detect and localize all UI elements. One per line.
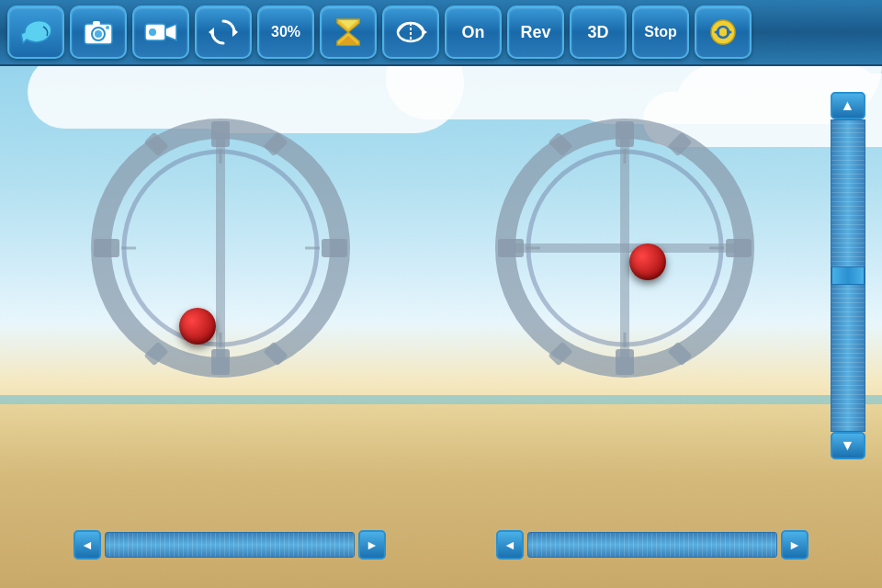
- left-arrow-left-icon: ◄: [81, 537, 94, 552]
- video-button[interactable]: [132, 6, 189, 59]
- svg-rect-24: [322, 239, 347, 257]
- right-arrow-left-icon: ◄: [503, 537, 516, 552]
- up-arrow-icon: ▲: [841, 97, 855, 114]
- rev-button[interactable]: Rev: [507, 6, 564, 59]
- timer-icon: [332, 16, 365, 49]
- on-button[interactable]: On: [445, 6, 502, 59]
- photo-button[interactable]: [70, 6, 127, 59]
- svg-marker-14: [422, 28, 427, 36]
- svg-point-2: [95, 30, 102, 38]
- svg-marker-6: [165, 24, 176, 40]
- rotate-icon: [207, 16, 240, 49]
- svg-rect-3: [93, 21, 100, 26]
- h-slider-right-thumb[interactable]: [656, 557, 674, 558]
- h-slider-left-lines: [106, 533, 354, 557]
- percent-button[interactable]: 30%: [257, 6, 314, 59]
- h-slider-left-right-arrow[interactable]: ►: [358, 530, 386, 560]
- video-icon: [143, 16, 178, 49]
- svg-point-4: [106, 26, 109, 29]
- 3d-label: 3D: [587, 23, 608, 42]
- h-slider-left-thumb[interactable]: [220, 557, 239, 558]
- back-icon: [17, 16, 54, 49]
- joystick-right-ball[interactable]: [629, 243, 666, 280]
- toolbar: 30% On Rev 3D Stop: [0, 0, 882, 66]
- h-slider-right-lines: [528, 533, 776, 557]
- 3d-button[interactable]: 3D: [570, 6, 627, 59]
- joystick-left[interactable]: [83, 110, 358, 386]
- rotate-button[interactable]: [195, 6, 252, 59]
- percent-label: 30%: [271, 24, 300, 40]
- h-slider-right-left-arrow[interactable]: ◄: [496, 530, 524, 560]
- joystick-right[interactable]: [487, 110, 763, 386]
- horizontal-slider-right: ◄ ►: [496, 527, 808, 562]
- svg-point-7: [149, 28, 156, 36]
- back-button[interactable]: [7, 6, 64, 59]
- flip-icon: [394, 16, 427, 49]
- h-slider-right-track[interactable]: [527, 532, 777, 558]
- joystick-left-ring: [83, 110, 358, 386]
- h-slider-left-left-arrow[interactable]: ◄: [74, 530, 101, 560]
- vertical-slider-down[interactable]: ▼: [831, 432, 865, 459]
- refresh-button[interactable]: [695, 6, 752, 59]
- stop-button[interactable]: Stop: [632, 6, 689, 59]
- camera-icon: [82, 16, 115, 49]
- h-slider-left-track[interactable]: [105, 532, 355, 558]
- left-arrow-right-icon: ►: [366, 537, 379, 552]
- on-label: On: [462, 23, 485, 42]
- vertical-slider-up[interactable]: ▲: [831, 92, 865, 119]
- vertical-slider-thumb[interactable]: [831, 266, 865, 285]
- right-arrow-right-icon: ►: [788, 537, 801, 552]
- rev-label: Rev: [520, 23, 550, 42]
- timer-button[interactable]: [320, 6, 377, 59]
- stop-label: Stop: [644, 24, 677, 40]
- flip-button[interactable]: [382, 6, 439, 59]
- joystick-right-ring: [487, 110, 763, 386]
- vertical-slider: ▲ ▼: [827, 92, 868, 459]
- joystick-left-ball[interactable]: [179, 308, 216, 345]
- h-slider-right-right-arrow[interactable]: ►: [781, 530, 808, 560]
- down-arrow-icon: ▼: [841, 437, 855, 454]
- svg-rect-23: [94, 239, 119, 257]
- horizontal-slider-left: ◄ ►: [74, 527, 386, 562]
- refresh-icon: [707, 16, 740, 49]
- vertical-slider-track[interactable]: [831, 119, 865, 432]
